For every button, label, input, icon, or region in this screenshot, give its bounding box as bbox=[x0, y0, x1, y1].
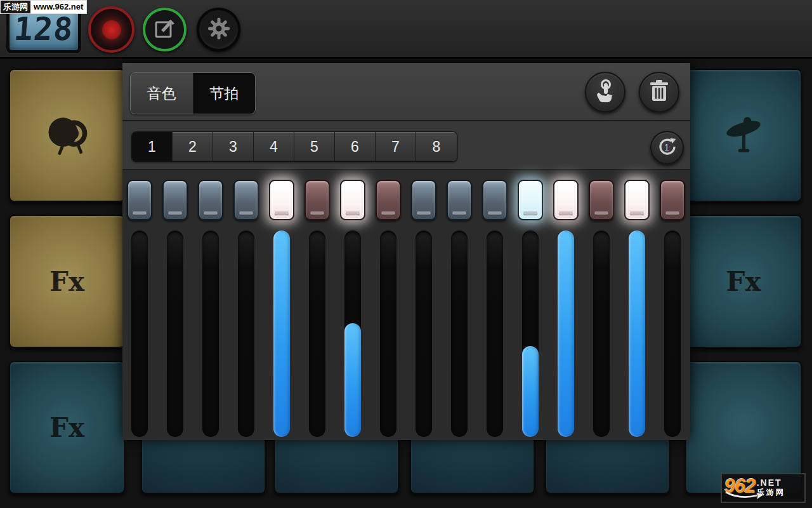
step-toggle-8[interactable] bbox=[376, 180, 401, 220]
velocity-slider-16[interactable] bbox=[664, 231, 681, 437]
step-toggle-14[interactable] bbox=[589, 180, 614, 220]
drum-pad-left-2[interactable]: Fx bbox=[9, 215, 125, 348]
pattern-button-7[interactable]: 7 bbox=[376, 132, 416, 161]
toggle-bar bbox=[204, 211, 218, 215]
panel-header: 音色 节拍 bbox=[122, 63, 690, 121]
step-toggle-7[interactable] bbox=[340, 180, 365, 220]
drum-pad-right-2[interactable]: Fx bbox=[685, 215, 802, 348]
settings-button[interactable] bbox=[197, 8, 240, 51]
toggle-bar bbox=[310, 211, 324, 215]
velocity-slider-2[interactable] bbox=[167, 231, 183, 437]
step-column-4 bbox=[233, 180, 259, 437]
slider-fill bbox=[522, 346, 539, 437]
edit-button[interactable] bbox=[143, 8, 187, 51]
svg-text:1: 1 bbox=[664, 142, 669, 152]
clear-pattern-button[interactable] bbox=[639, 72, 679, 112]
watermark: 乐游网 www.962.net bbox=[0, 0, 87, 14]
bass-drum-icon bbox=[43, 110, 91, 161]
step-column-13 bbox=[553, 180, 579, 437]
step-column-11 bbox=[482, 180, 508, 437]
step-column-15 bbox=[624, 180, 650, 437]
velocity-slider-9[interactable] bbox=[416, 231, 432, 437]
step-toggle-13[interactable] bbox=[553, 180, 579, 220]
step-column-6 bbox=[304, 180, 330, 437]
velocity-slider-12[interactable] bbox=[522, 231, 539, 437]
velocity-slider-13[interactable] bbox=[558, 231, 574, 437]
top-bar: 128 bbox=[0, 0, 812, 59]
step-toggle-3[interactable] bbox=[198, 180, 223, 220]
velocity-slider-10[interactable] bbox=[451, 231, 468, 437]
step-toggle-12[interactable] bbox=[518, 180, 543, 220]
toggle-bar bbox=[630, 211, 644, 215]
step-toggle-9[interactable] bbox=[411, 180, 436, 220]
logo-tld: .NET bbox=[757, 478, 785, 488]
step-toggle-4[interactable] bbox=[233, 180, 259, 220]
pattern-row: 12345678 1 bbox=[122, 121, 690, 170]
velocity-slider-15[interactable] bbox=[629, 231, 645, 437]
pattern-button-4[interactable]: 4 bbox=[254, 132, 294, 161]
slider-fill bbox=[629, 231, 645, 437]
step-toggle-10[interactable] bbox=[447, 180, 472, 220]
step-grid bbox=[127, 180, 690, 437]
site-logo: 962 .NET 乐游网 bbox=[721, 473, 806, 503]
toggle-bar bbox=[523, 211, 537, 215]
velocity-slider-8[interactable] bbox=[380, 231, 396, 437]
toggle-bar bbox=[133, 211, 147, 215]
step-column-9 bbox=[411, 180, 436, 437]
velocity-slider-11[interactable] bbox=[487, 231, 503, 437]
step-sequencer bbox=[122, 170, 690, 439]
velocity-slider-14[interactable] bbox=[593, 231, 610, 437]
step-toggle-5[interactable] bbox=[269, 180, 294, 220]
step-column-16 bbox=[660, 180, 685, 437]
velocity-slider-3[interactable] bbox=[202, 231, 219, 437]
step-toggle-6[interactable] bbox=[304, 180, 330, 220]
pattern-selector: 12345678 bbox=[131, 131, 457, 162]
step-column-1 bbox=[127, 180, 152, 437]
velocity-slider-5[interactable] bbox=[273, 231, 290, 437]
pattern-button-8[interactable]: 8 bbox=[416, 132, 457, 161]
velocity-slider-4[interactable] bbox=[238, 231, 254, 437]
step-column-7 bbox=[340, 180, 365, 437]
tab-beat[interactable]: 节拍 bbox=[193, 73, 256, 114]
drum-pad-left-3[interactable]: Fx bbox=[9, 361, 125, 494]
pattern-button-6[interactable]: 6 bbox=[335, 132, 376, 161]
toggle-bar bbox=[381, 211, 395, 215]
velocity-slider-7[interactable] bbox=[344, 231, 361, 437]
bpm-screen: 128 bbox=[10, 8, 78, 50]
tab-timbre[interactable]: 音色 bbox=[131, 73, 193, 114]
toggle-bar bbox=[665, 211, 679, 215]
step-toggle-1[interactable] bbox=[127, 180, 152, 220]
step-toggle-15[interactable] bbox=[624, 180, 650, 220]
pad-label: Fx bbox=[726, 266, 761, 297]
pattern-button-2[interactable]: 2 bbox=[173, 132, 213, 161]
toggle-bar bbox=[488, 211, 502, 215]
toggle-bar bbox=[594, 211, 608, 215]
loop-button[interactable]: 1 bbox=[650, 131, 684, 164]
velocity-slider-6[interactable] bbox=[309, 231, 325, 437]
cymbal-icon bbox=[717, 108, 769, 163]
swoosh-arrow-icon bbox=[724, 491, 765, 500]
toggle-bar bbox=[559, 211, 573, 215]
pattern-button-5[interactable]: 5 bbox=[294, 132, 335, 161]
step-toggle-2[interactable] bbox=[162, 180, 188, 220]
step-column-12 bbox=[518, 180, 543, 437]
edit-pencil-icon bbox=[154, 18, 176, 42]
step-column-10 bbox=[447, 180, 472, 437]
toggle-bar bbox=[239, 211, 253, 215]
beat-editor-panel: 音色 节拍 12345678 1 bbox=[122, 63, 690, 440]
trash-icon bbox=[648, 79, 670, 105]
pattern-button-1[interactable]: 1 bbox=[132, 132, 173, 161]
velocity-slider-1[interactable] bbox=[131, 231, 148, 437]
pad-label: Fx bbox=[49, 412, 84, 443]
tap-icon bbox=[593, 79, 617, 105]
watermark-site: 乐游网 bbox=[1, 1, 30, 13]
pattern-button-3[interactable]: 3 bbox=[213, 132, 254, 161]
step-toggle-16[interactable] bbox=[660, 180, 685, 220]
drum-pad-left-1[interactable] bbox=[9, 69, 125, 202]
drum-pad-right-1[interactable] bbox=[685, 69, 802, 202]
step-toggle-11[interactable] bbox=[482, 180, 508, 220]
tap-record-button[interactable] bbox=[585, 72, 625, 112]
record-button[interactable] bbox=[88, 6, 134, 53]
pad-label: Fx bbox=[49, 266, 84, 297]
slider-fill bbox=[273, 231, 290, 437]
